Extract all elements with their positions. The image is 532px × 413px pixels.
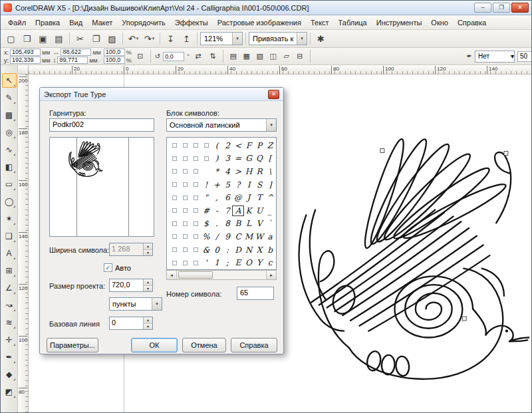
outline-pen-tool[interactable]: ✒ bbox=[2, 350, 17, 364]
control-char-cell[interactable] bbox=[201, 156, 211, 161]
crop-tool[interactable]: ▩ bbox=[2, 108, 17, 122]
char-cell[interactable]: ; bbox=[222, 258, 233, 267]
chevron-down-icon[interactable]: ▾ bbox=[511, 53, 514, 60]
calligraphic-bird-artwork[interactable] bbox=[287, 132, 531, 386]
edge-partial-field[interactable]: 50 bbox=[517, 51, 532, 62]
control-char-cell[interactable] bbox=[201, 143, 211, 148]
dialog-titlebar[interactable]: Экспорт True Type ✕ bbox=[40, 88, 283, 101]
redo-icon[interactable]: ↷▾ bbox=[142, 31, 157, 46]
auto-checkbox[interactable]: ✓ Авто bbox=[104, 263, 131, 272]
control-char-cell[interactable] bbox=[169, 261, 180, 265]
char-cell[interactable]: M bbox=[243, 232, 254, 241]
cancel-button[interactable]: Отмена bbox=[182, 338, 226, 352]
menu-item[interactable]: Файл bbox=[3, 17, 31, 29]
control-char-cell[interactable] bbox=[169, 234, 180, 239]
char-cell[interactable]: \ bbox=[265, 167, 275, 176]
object-height-field[interactable]: 89,771 bbox=[57, 57, 88, 64]
options-icon[interactable]: ✱ bbox=[313, 31, 329, 46]
project-size-spinner[interactable]: 720,0 ▴ ▾ bbox=[109, 279, 153, 292]
control-char-cell[interactable] bbox=[190, 182, 201, 187]
units-dropdown[interactable]: пункты ▾ bbox=[109, 297, 162, 311]
char-cell[interactable]: G bbox=[243, 154, 254, 163]
char-cell[interactable]: # bbox=[201, 206, 211, 215]
char-cell[interactable]: & bbox=[201, 245, 211, 255]
spin-up-icon[interactable]: ▴ bbox=[144, 317, 152, 324]
spin-up-icon[interactable]: ▴ bbox=[144, 243, 152, 250]
menu-item[interactable]: Вид bbox=[65, 17, 87, 29]
char-cell[interactable]: N bbox=[243, 245, 254, 255]
ok-button[interactable]: ОК bbox=[131, 338, 178, 352]
menu-item[interactable]: Таблица bbox=[334, 17, 372, 29]
export-icon[interactable]: ↥ bbox=[179, 31, 194, 46]
char-cell[interactable]: Y bbox=[254, 258, 265, 267]
weld-objects-icon[interactable]: ▱ bbox=[281, 51, 293, 63]
control-char-cell[interactable] bbox=[180, 208, 190, 213]
char-cell[interactable]: 1 bbox=[211, 258, 222, 267]
scale-x-field[interactable]: 100,0 bbox=[104, 49, 125, 56]
char-cell[interactable]: V bbox=[254, 219, 265, 228]
shape-tool[interactable]: ✎ bbox=[2, 90, 17, 105]
char-cell[interactable]: P bbox=[254, 141, 265, 150]
new-document-icon[interactable]: ▢ bbox=[3, 31, 19, 46]
control-char-cell[interactable] bbox=[180, 221, 190, 226]
text-tool[interactable]: A bbox=[2, 246, 17, 261]
interactive-fill-tool[interactable]: ◩ bbox=[2, 384, 17, 399]
polygon-tool[interactable]: ✶ bbox=[2, 211, 17, 226]
spin-up-icon[interactable]: ▴ bbox=[144, 279, 152, 286]
char-cell[interactable]: - bbox=[211, 206, 222, 215]
minimize-button[interactable]: – bbox=[474, 3, 491, 13]
char-cell[interactable]: % bbox=[201, 232, 211, 241]
control-char-cell[interactable] bbox=[180, 169, 190, 174]
char-cell[interactable]: : bbox=[222, 245, 233, 255]
dialog-close-button[interactable]: ✕ bbox=[268, 90, 279, 99]
window-titlebar[interactable]: CorelDRAW X5 - [D:\Дизайн Вышивок\КлипАр… bbox=[1, 1, 531, 15]
pick-tool[interactable]: ↖ bbox=[2, 73, 17, 88]
ungroup-objects-icon[interactable]: ▧ bbox=[254, 51, 266, 63]
ellipse-tool[interactable]: ◯ bbox=[2, 194, 17, 209]
menu-item[interactable]: Правка bbox=[31, 17, 65, 29]
control-char-cell[interactable] bbox=[180, 196, 190, 200]
spin-down-icon[interactable]: ▾ bbox=[144, 324, 152, 330]
y-position-field[interactable]: 192,339 bbox=[10, 57, 41, 64]
char-cell[interactable]: ` bbox=[265, 219, 275, 228]
char-cell[interactable]: H bbox=[243, 167, 254, 176]
control-char-cell[interactable] bbox=[190, 261, 201, 265]
freehand-tool[interactable]: ∿ bbox=[2, 142, 17, 157]
order-objects-icon[interactable]: ⊟ bbox=[294, 51, 306, 63]
chevron-down-icon[interactable]: ▾ bbox=[266, 119, 276, 131]
chevron-down-icon[interactable]: ▾ bbox=[297, 33, 307, 45]
char-cell[interactable]: 7 bbox=[222, 206, 233, 215]
control-char-cell[interactable] bbox=[169, 221, 180, 226]
scrollbar-thumb[interactable] bbox=[178, 271, 213, 279]
menu-item[interactable]: Окно bbox=[426, 17, 453, 29]
char-cell[interactable]: ! bbox=[201, 180, 211, 190]
wrap-paragraph-text-icon[interactable]: ▤ bbox=[227, 51, 239, 63]
ruler-origin-corner[interactable] bbox=[18, 65, 29, 74]
char-cell[interactable]: ) bbox=[211, 154, 222, 163]
char-cell[interactable]: . bbox=[211, 219, 222, 228]
control-char-cell[interactable] bbox=[190, 234, 201, 239]
char-cell[interactable]: Z bbox=[265, 141, 275, 150]
font-name-input[interactable]: Podkr002 bbox=[49, 118, 154, 132]
char-cell[interactable]: c bbox=[265, 258, 275, 267]
mirror-vertical-button[interactable]: ⇅ bbox=[207, 51, 219, 63]
char-cell[interactable]: C bbox=[233, 232, 243, 241]
char-cell[interactable]: " bbox=[201, 193, 211, 202]
char-cell[interactable]: E bbox=[233, 258, 243, 267]
char-cell[interactable]: * bbox=[211, 167, 222, 176]
menu-item[interactable]: Справка bbox=[453, 17, 491, 29]
menu-item[interactable]: Инструменты bbox=[372, 17, 427, 29]
char-cell[interactable]: X bbox=[254, 245, 265, 255]
import-icon[interactable]: ↧ bbox=[163, 31, 178, 46]
scroll-left-icon[interactable]: ◂ bbox=[167, 271, 177, 279]
control-char-cell[interactable] bbox=[190, 143, 201, 148]
menu-item[interactable]: Текст bbox=[306, 17, 334, 29]
menu-item[interactable]: Растровые изображения bbox=[213, 17, 306, 29]
control-char-cell[interactable] bbox=[190, 247, 201, 252]
fill-tool[interactable]: ◆ bbox=[2, 367, 17, 382]
menu-item[interactable]: Эффекты bbox=[170, 17, 213, 29]
control-char-cell[interactable] bbox=[169, 247, 180, 252]
char-cell[interactable]: , bbox=[211, 193, 222, 202]
char-cell[interactable]: 9 bbox=[222, 232, 233, 241]
char-cell[interactable]: U bbox=[254, 206, 265, 215]
